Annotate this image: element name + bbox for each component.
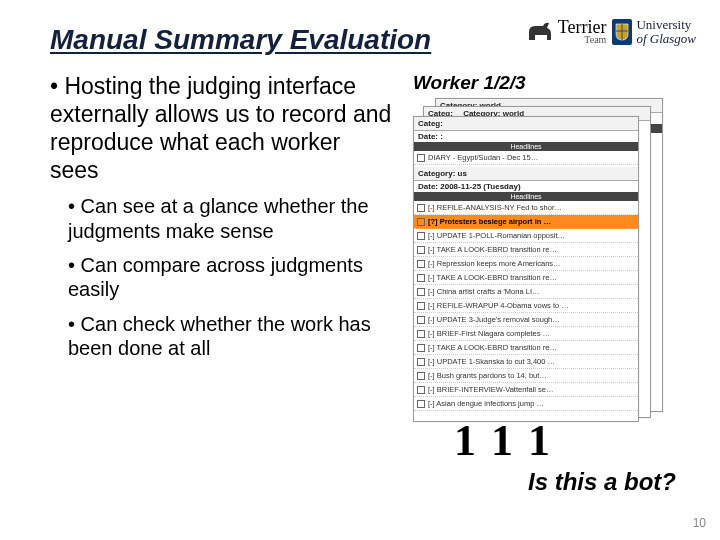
row-label: [-] REFILE-ANALYSIS-NY Fed to shor… (428, 203, 635, 212)
table-row: [-] Asian dengue infections jump … (414, 397, 638, 411)
panel1-cat-prefix: Categ: (418, 119, 443, 128)
uog-crest-icon (612, 19, 632, 45)
sub-bullet-2: Can compare across judgments easily (68, 253, 395, 302)
left-column: Hosting the judging interface externally… (50, 72, 395, 426)
logo-block: Terrier Team University of Glasgow (525, 18, 696, 45)
checkbox-icon (417, 400, 425, 408)
checkbox-icon (417, 288, 425, 296)
row-label: [-] TAKE A LOOK-EBRD transition re… (428, 245, 635, 254)
table-row: [-] BRIEF-First Niagara completes … (414, 327, 638, 341)
checkbox-icon (417, 154, 425, 162)
checkbox-icon (417, 246, 425, 254)
checkbox-icon (417, 218, 425, 226)
table-row: [-] REFILE-WRAPUP 4-Obama vows to … (414, 299, 638, 313)
table-row: [-] TAKE A LOOK-EBRD transition re… (414, 243, 638, 257)
checkbox-icon (417, 274, 425, 282)
checkbox-icon (417, 358, 425, 366)
row-label: [-] Asian dengue infections jump … (428, 399, 635, 408)
checkbox-icon (417, 344, 425, 352)
row-label: [-] TAKE A LOOK-EBRD transition re… (428, 273, 635, 282)
terrier-text: Terrier Team (558, 19, 607, 44)
checkbox-icon (417, 260, 425, 268)
table-row: [?] Protesters besiege airport in … (414, 215, 638, 229)
row-label: [-] China artist crafts a 'Mona LI… (428, 287, 635, 296)
panel1-headlines-bar-1: Headlines (414, 142, 638, 151)
table-row: [-] REFILE-ANALYSIS-NY Fed to shor… (414, 201, 638, 215)
sub-bullet-3: Can check whether the work has been done… (68, 312, 395, 361)
body-columns: Hosting the judging interface externally… (50, 72, 682, 426)
row-label: [-] UPDATE 1-Skanska to cut 3,400 … (428, 357, 635, 366)
checkbox-icon (417, 302, 425, 310)
checkbox-icon (417, 372, 425, 380)
checkbox-icon (417, 232, 425, 240)
panel1-first-row-label: DIARY - Egypt/Sudan - Dec 15… (428, 153, 635, 162)
table-row: [-] UPDATE 3-Judge's removal sough… (414, 313, 638, 327)
row-label: [-] BRIEF-INTERVIEW-Vattenfall se… (428, 385, 635, 394)
table-row: [-] BRIEF-INTERVIEW-Vattenfall se… (414, 383, 638, 397)
worker-label: Worker 1/2/3 (413, 72, 667, 94)
checkbox-icon (417, 330, 425, 338)
panel1-first-row: DIARY - Egypt/Sudan - Dec 15… (414, 151, 638, 165)
table-row: [-] TAKE A LOOK-EBRD transition re… (414, 271, 638, 285)
table-row: [-] UPDATE 1-POLL-Romanian opposit… (414, 229, 638, 243)
worker-panel-1: Categ: Date: : Headlines DIARY - Egypt/S… (413, 116, 639, 422)
table-row: [-] TAKE A LOOK-EBRD transition re… (414, 341, 638, 355)
panel1-header: Categ: (414, 117, 638, 131)
row-label: [-] TAKE A LOOK-EBRD transition re… (428, 343, 635, 352)
checkbox-icon (417, 316, 425, 324)
table-row: [-] China artist crafts a 'Mona LI… (414, 285, 638, 299)
row-label: [-] Repression keeps more Americans… (428, 259, 635, 268)
row-label: [-] REFILE-WRAPUP 4-Obama vows to … (428, 301, 635, 310)
table-row: [-] Repression keeps more Americans… (414, 257, 638, 271)
terrier-dog-icon (525, 20, 555, 44)
checkbox-icon (417, 386, 425, 394)
bot-question: Is this a bot? (528, 468, 676, 496)
row-label: [-] UPDATE 1-POLL-Romanian opposit… (428, 231, 635, 240)
uog-logo: University of Glasgow (612, 18, 696, 45)
uog-text: University of Glasgow (636, 18, 696, 45)
table-row: [-] UPDATE 1-Skanska to cut 3,400 … (414, 355, 638, 369)
main-bullet: Hosting the judging interface externally… (50, 72, 395, 184)
panel1-cat2: Category: us (414, 167, 638, 181)
panel1-date2: Date: 2008-11-25 (Tuesday) (414, 181, 638, 192)
row-label: [?] Protesters besiege airport in … (428, 217, 635, 226)
panel-stack: Category: world Date: : 2008-12-15 (Mond… (413, 98, 663, 426)
panel1-headlines-bar-2: Headlines (414, 192, 638, 201)
row-label: [-] BRIEF-First Niagara completes … (428, 329, 635, 338)
right-column: Worker 1/2/3 Category: world Date: : 200… (409, 72, 667, 426)
panel1-date-prefix: Date: : (414, 131, 638, 142)
terrier-logo: Terrier Team (525, 19, 607, 44)
checkbox-icon (417, 204, 425, 212)
panel1-rows: [-] REFILE-ANALYSIS-NY Fed to shor…[?] P… (414, 201, 638, 411)
pattern-overlay: 1 1 1 (454, 415, 552, 466)
uog-line2: of Glasgow (636, 31, 696, 46)
slide: Terrier Team University of Glasgow Manua… (0, 0, 720, 540)
row-label: [-] UPDATE 3-Judge's removal sough… (428, 315, 635, 324)
page-number: 10 (693, 516, 706, 530)
table-row: [-] Bush grants pardons to 14, but… (414, 369, 638, 383)
row-label: [-] Bush grants pardons to 14, but… (428, 371, 635, 380)
sub-bullet-1: Can see at a glance whether the judgment… (68, 194, 395, 243)
